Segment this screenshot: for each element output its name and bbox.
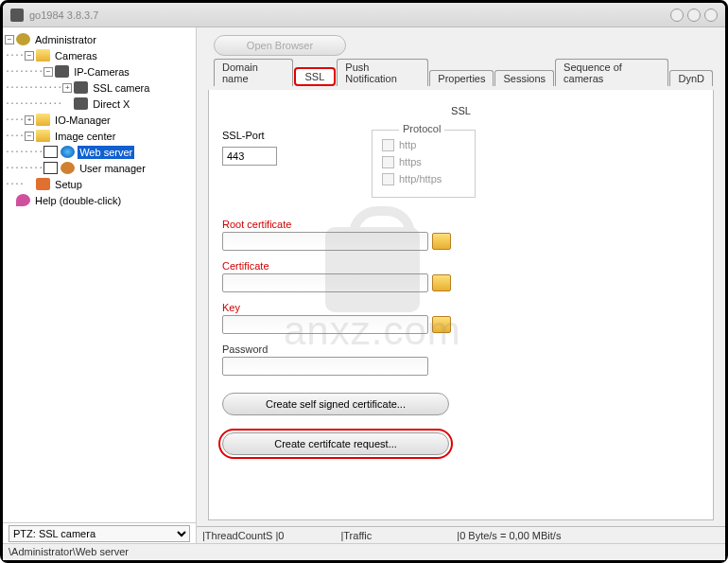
key-label: Key [222,302,700,313]
content: −Administrator ····−Cameras ········−IP-… [3,27,725,543]
tree-webserver[interactable]: ········Web server [5,144,194,160]
create-selfsigned-button[interactable]: Create self signed certificate... [222,393,449,415]
tab-dyndns[interactable]: DynD [669,70,713,86]
tab-sessions[interactable]: Sessions [494,70,554,86]
cert-input[interactable] [222,273,428,292]
tree-iomanager[interactable]: ····+IO-Manager [5,112,194,128]
folder-icon [36,114,50,126]
ssl-port-input[interactable] [222,147,277,166]
help-icon [16,194,30,206]
setup-icon [36,178,50,190]
topbar: Open Browser Domain name SSL Push Notifi… [197,27,725,90]
rootcert-label: Root certificate [222,219,700,230]
password-label: Password [222,343,700,355]
admin-icon [16,33,30,45]
folder-icon [36,130,50,142]
threads-value: 0 [278,530,284,541]
camera-icon [74,97,88,110]
ssl-port-label: SSL-Port [222,130,277,141]
sidebar: −Administrator ····−Cameras ········−IP-… [3,27,197,543]
rootcert-input[interactable] [222,232,428,251]
protocol-http[interactable]: http [382,136,465,153]
protocol-label: Protocol [399,123,444,134]
tab-properties[interactable]: Properties [429,70,494,86]
camera-icon [55,65,69,78]
folder-icon [36,49,50,62]
tab-ssl[interactable]: SSL [294,67,337,86]
minimize-button[interactable] [670,9,684,22]
globe-icon [61,146,75,158]
key-input[interactable] [222,315,428,334]
tree-setup[interactable]: ····Setup [5,176,194,192]
checkbox-icon[interactable] [43,146,58,158]
path-bar: \Administrator\Web server [3,543,725,560]
ptz-bar: PTZ: SSL camera [3,522,196,543]
rootcert-browse-button[interactable] [432,233,451,250]
tree-imagecenter[interactable]: ····−Image center [5,128,194,144]
status-bar: |ThreadCountS |0 |Traffic |0 Byte/s = 0,… [197,526,725,543]
checkbox-icon[interactable] [43,162,58,174]
tab-domain[interactable]: Domain name [214,59,293,86]
protocol-https[interactable]: https [382,153,465,170]
camera-icon [74,81,88,94]
protocol-both[interactable]: http/https [382,170,465,187]
open-browser-button[interactable]: Open Browser [214,35,346,56]
cert-label: Certificate [222,260,700,272]
maximize-button[interactable] [687,9,701,22]
window-title: go1984 3.8.3.7 [29,9,667,21]
tree-sslcam[interactable]: ············+SSL camera [5,79,194,96]
tree-ipcameras[interactable]: ········−IP-Cameras [5,63,194,79]
traffic-label: Traffic [343,530,372,541]
titlebar: go1984 3.8.3.7 [3,3,725,27]
app-window: go1984 3.8.3.7 −Administrator ····−Camer… [0,0,728,563]
user-icon [61,162,75,174]
ptz-select[interactable]: PTZ: SSL camera [9,525,190,542]
path-text: \Administrator\Web server [9,546,129,557]
tree: −Administrator ····−Cameras ········−IP-… [3,27,196,522]
app-icon [10,9,24,22]
cert-browse-button[interactable] [432,274,451,291]
tree-cameras[interactable]: ····−Cameras [5,47,194,63]
protocol-group: Protocol http https http/https [372,130,476,198]
tree-directx[interactable]: ············Direct X [5,96,194,112]
tabs: Domain name SSL Push Notification Proper… [208,65,714,86]
rate-value: 0 Byte/s = 0,00 MBit/s [459,530,561,541]
tree-usermanager[interactable]: ········User manager [5,160,194,176]
create-request-button[interactable]: Create certifcate request... [222,432,449,455]
key-browse-button[interactable] [432,316,451,333]
tab-push[interactable]: Push Notification [337,59,428,86]
main: Open Browser Domain name SSL Push Notifi… [197,27,725,543]
tree-help[interactable]: Help (double-click) [5,192,194,208]
tab-sequence[interactable]: Sequence of cameras [555,59,668,86]
ssl-panel: SSL SSL-Port Protocol http https http/ht… [208,90,714,520]
tree-admin[interactable]: −Administrator [5,31,194,47]
panel-title: SSL [222,105,700,116]
password-input[interactable] [222,357,428,376]
close-button[interactable] [704,9,718,22]
threads-label: ThreadCountS [205,530,273,541]
